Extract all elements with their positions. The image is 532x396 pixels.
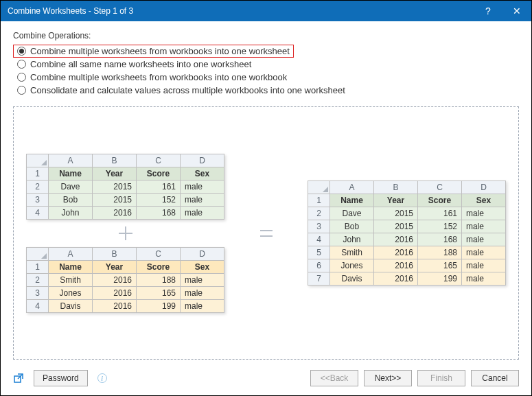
option-combine-same-name[interactable]: Combine all same name worksheets into on… [13, 58, 519, 71]
radio-icon [17, 47, 26, 56]
preview-panel: A B C D 1 Name Year Score Sex 2Dave20151… [13, 106, 519, 360]
finish-button[interactable]: Finish [417, 370, 465, 386]
help-button[interactable]: ? [474, 1, 502, 21]
result-table: A B C D 1 Name Year Score Sex 2Dave20151… [308, 180, 506, 286]
option-combine-multiple-into-one-worksheet[interactable]: Combine multiple worksheets from workboo… [13, 45, 294, 58]
radio-icon [17, 86, 26, 95]
source-table-1: A B C D 1 Name Year Score Sex 2Dave20151… [26, 154, 224, 220]
cancel-button[interactable]: Cancel [471, 370, 519, 386]
option-consolidate-values[interactable]: Consolidate and calculate values across … [13, 84, 519, 97]
info-icon[interactable]: i [97, 373, 107, 383]
option-label: Combine multiple worksheets from workboo… [30, 46, 290, 56]
radio-icon [17, 73, 26, 82]
window-title: Combine Worksheets - Step 1 of 3 [8, 6, 474, 16]
footer-bar: Password i <<Back Next>> Finish Cancel [1, 366, 531, 395]
equals-icon [256, 223, 277, 244]
close-button[interactable]: ✕ [502, 1, 531, 21]
option-label: Consolidate and calculate values across … [30, 85, 345, 95]
content-area: Combine Operations: Combine multiple wor… [1, 21, 531, 366]
external-link-icon[interactable] [13, 373, 24, 384]
back-button[interactable]: <<Back [310, 370, 358, 386]
radio-icon [17, 60, 26, 69]
plus-icon [116, 224, 135, 243]
option-label: Combine all same name worksheets into on… [30, 59, 251, 69]
option-label: Combine multiple worksheets from workboo… [30, 72, 287, 82]
next-button[interactable]: Next>> [364, 370, 412, 386]
source-table-2: A B C D 1 Name Year Score Sex 2Smith2016… [26, 247, 224, 313]
section-label: Combine Operations: [13, 31, 519, 40]
source-tables: A B C D 1 Name Year Score Sex 2Dave20151… [26, 154, 224, 313]
dialog-window: Combine Worksheets - Step 1 of 3 ? ✕ Com… [0, 0, 532, 396]
password-button[interactable]: Password [34, 370, 88, 386]
title-bar: Combine Worksheets - Step 1 of 3 ? ✕ [1, 1, 531, 21]
option-combine-into-one-workbook[interactable]: Combine multiple worksheets from workboo… [13, 71, 519, 84]
